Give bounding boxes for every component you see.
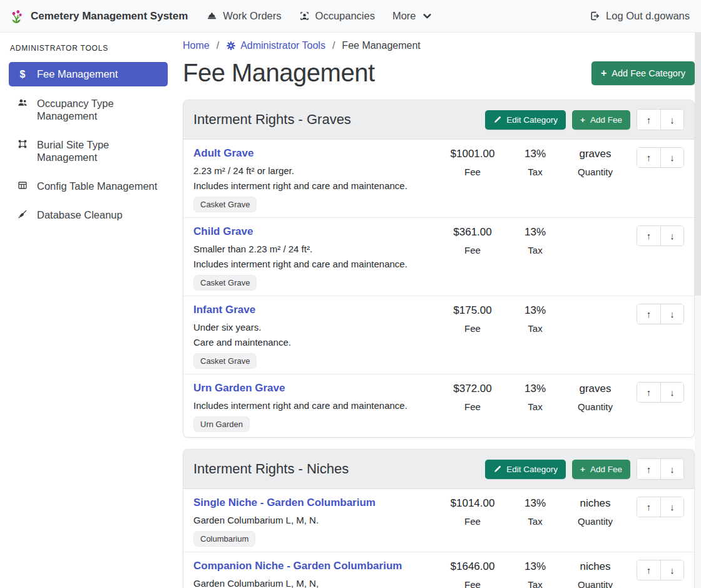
fee-type-badge: Casket Grave: [193, 275, 257, 291]
category-header: Interment Rights - Graves Edit Category …: [183, 100, 694, 140]
tax-value: 13%: [516, 497, 554, 510]
sidebar-item-burial-site-type-management[interactable]: Burial Site Type Management: [9, 133, 168, 169]
quantity-column: niches Quantity: [554, 560, 637, 588]
fee-amount: $1646.00: [429, 560, 516, 573]
move-fee-up-button[interactable]: ↑: [637, 304, 660, 324]
move-category-down-button[interactable]: ↓: [660, 110, 683, 130]
move-fee-down-button[interactable]: ↓: [660, 304, 683, 324]
add-fee-button[interactable]: + Add Fee: [572, 460, 630, 479]
dollar-icon: $: [16, 68, 29, 81]
scrollbar-thumb[interactable]: [695, 33, 701, 296]
breadcrumb-label: Administrator Tools: [240, 40, 325, 51]
fee-type-badge: Urn Garden: [193, 416, 250, 432]
tax-column: 13% Tax: [516, 497, 554, 527]
app-brand: Cemetery Management System: [9, 8, 188, 24]
breadcrumb-item-administrator-tools[interactable]: Administrator Tools: [226, 40, 325, 51]
move-fee-up-button[interactable]: ↑: [637, 226, 660, 245]
fee-row: Adult Grave 2.23 m² / 24 ft² or larger.I…: [183, 140, 694, 218]
fee-name-link[interactable]: Child Grave: [193, 225, 253, 238]
add-fee-category-button[interactable]: + Add Fee Category: [591, 61, 695, 85]
move-fee-up-button[interactable]: ↑: [637, 560, 660, 580]
move-fee-down-button[interactable]: ↓: [660, 560, 683, 580]
quantity-label: Quantity: [554, 167, 637, 177]
fee-amount-label: Fee: [429, 323, 516, 334]
fee-amount-column: $1014.00 Fee: [429, 497, 516, 527]
move-fee-up-button[interactable]: ↑: [637, 497, 660, 517]
sidebar-item-fee-management[interactable]: $ Fee Management: [9, 62, 168, 86]
hard-hat-icon: [207, 11, 217, 21]
quantity-column: niches Quantity: [554, 497, 637, 527]
breadcrumb-item-home[interactable]: Home: [183, 40, 210, 51]
top-navbar: Cemetery Management System Work Orders O…: [0, 0, 701, 33]
category-title: Interment Rights - Graves: [193, 111, 351, 128]
nav-item-work-orders[interactable]: Work Orders: [198, 5, 290, 27]
tax-column: 13% Tax: [516, 304, 554, 334]
move-fee-down-button[interactable]: ↓: [660, 497, 683, 517]
sidebar-item-database-cleanup[interactable]: Database Cleanup: [9, 203, 168, 227]
move-fee-down-button[interactable]: ↓: [660, 148, 683, 167]
breadcrumb-separator: /: [217, 40, 219, 51]
quantity-label: Quantity: [554, 579, 637, 588]
broom-icon: [16, 209, 29, 219]
fee-amount-column: $372.00 Fee: [429, 382, 516, 412]
sidebar-item-label: Burial Site Type Management: [37, 138, 160, 163]
tax-label: Tax: [516, 516, 554, 527]
category-reorder-controls: ↑ ↓: [637, 109, 684, 130]
move-category-up-button[interactable]: ↑: [637, 459, 660, 479]
fee-name-link[interactable]: Adult Grave: [193, 147, 253, 160]
tax-label: Tax: [516, 401, 554, 412]
plus-icon: +: [580, 465, 585, 474]
nav-item-occupancies[interactable]: Occupancies: [290, 5, 384, 27]
fee-amount-column: $1646.00 Fee: [429, 560, 516, 588]
category-actions: Edit Category + Add Fee ↑ ↓: [485, 458, 684, 480]
category-header: Interment Rights - Niches Edit Category …: [183, 450, 694, 489]
fee-amount-column: $175.00 Fee: [429, 304, 516, 334]
fee-type-badge: Casket Grave: [193, 197, 257, 212]
fee-name-link[interactable]: Infant Grave: [193, 304, 255, 316]
page-scrollbar[interactable]: [695, 33, 701, 588]
fee-category-card: Interment Rights - Graves Edit Category …: [183, 100, 695, 438]
quantity-value: niches: [554, 560, 637, 573]
edit-category-label: Edit Category: [506, 465, 558, 474]
tax-column: 13% Tax: [516, 225, 554, 255]
fee-description: Under six years.: [193, 322, 422, 333]
page-header: Fee Management + Add Fee Category: [183, 59, 695, 87]
primary-nav: Work Orders Occupancies More: [198, 5, 441, 27]
fee-description: Smaller than 2.23 m² / 24 ft².: [193, 244, 422, 254]
move-fee-up-button[interactable]: ↑: [637, 148, 660, 167]
fee-amount: $1001.00: [429, 148, 516, 160]
move-fee-up-button[interactable]: ↑: [637, 383, 660, 402]
sidebar-item-config-table-management[interactable]: Config Table Management: [9, 174, 168, 198]
fee-name-link[interactable]: Companion Niche - Garden Columbarium: [193, 560, 402, 572]
tax-value: 13%: [516, 226, 554, 239]
fee-reorder-controls: ↑ ↓: [637, 497, 684, 517]
main-content: Home / Administrator Tools / Fee Managem…: [175, 33, 701, 588]
move-category-up-button[interactable]: ↑: [637, 110, 660, 130]
move-fee-down-button[interactable]: ↓: [660, 226, 683, 245]
tax-value: 13%: [516, 304, 554, 317]
tax-column: 13% Tax: [516, 382, 554, 412]
sidebar-item-occupancy-type-management[interactable]: Occupancy Type Management: [9, 91, 168, 128]
fee-name-link[interactable]: Single Niche - Garden Columbarium: [193, 497, 376, 509]
app-title: Cemetery Management System: [31, 10, 188, 23]
fee-amount: $361.00: [429, 226, 516, 239]
fee-row: Urn Garden Grave Includes interment righ…: [183, 374, 694, 437]
edit-category-button[interactable]: Edit Category: [485, 460, 566, 479]
nav-item-more[interactable]: More: [384, 5, 441, 27]
breadcrumb-separator: /: [332, 40, 335, 51]
sidebar-heading: ADMINISTRATOR TOOLS: [10, 44, 168, 53]
fee-name-link[interactable]: Urn Garden Grave: [193, 382, 285, 395]
nav-item-label: Work Orders: [223, 10, 281, 22]
move-category-down-button[interactable]: ↓: [660, 459, 683, 479]
users-icon: [16, 98, 29, 108]
chevron-down-icon: [422, 11, 432, 21]
occupancy-badge-icon: [299, 11, 310, 21]
tax-label: Tax: [516, 579, 554, 588]
fee-description: Garden Columbarium L, M, N.: [193, 515, 422, 525]
pencil-icon: [493, 465, 501, 473]
logout-button[interactable]: Log Out d.gowans: [587, 5, 692, 27]
quantity-label: Quantity: [554, 401, 637, 412]
edit-category-button[interactable]: Edit Category: [485, 110, 566, 130]
move-fee-down-button[interactable]: ↓: [660, 383, 683, 402]
add-fee-button[interactable]: + Add Fee: [572, 110, 630, 130]
